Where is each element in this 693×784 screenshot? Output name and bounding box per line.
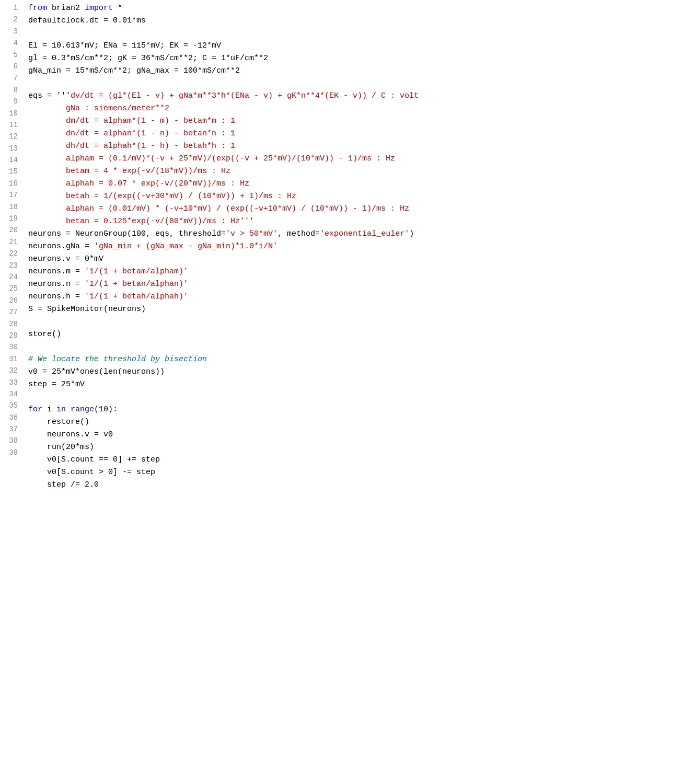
code-line: neurons.v = v0 [28,429,687,441]
code-line: neurons = NeuronGroup(100, eqs, threshol… [28,228,687,240]
line-number: 34 [4,388,18,400]
line-number: 17 [4,189,18,201]
code-line: betam = 4 * exp(-v/(18*mV))/ms : Hz [28,165,687,178]
code-line: v0 = 25*mV*ones(len(neurons)) [28,366,687,378]
line-number: 37 [4,423,18,435]
token: gNa : siemens/meter**2 [66,104,169,113]
token: 'gNa_min + (gNa_max - gNa_min)*1.0*i/N' [94,242,278,251]
code-line [28,341,687,353]
line-number: 2 [4,14,18,25]
line-number: 3 [4,26,18,37]
token: gl = 0.3*mS/cm**2; gK = 36*mS/cm**2; C =… [28,54,268,63]
code-line [28,27,687,40]
token: dv/dt = (gl*(El - v) + gNa*m**3*h*(ENa -… [71,91,419,100]
line-number: 11 [4,119,18,131]
token: S = SpikeMonitor(neurons) [28,305,146,314]
code-line: run(20*ms) [28,441,687,454]
code-line: defaultclock.dt = 0.01*ms [28,15,687,27]
line-number: 26 [4,295,18,306]
token: '1/(1 + betam/alpham)' [85,267,188,276]
token [28,217,66,226]
line-number: 13 [4,143,18,154]
token: gNa_min = 15*mS/cm**2; gNa_max = 100*mS/… [28,66,240,75]
token: , method= [278,229,320,238]
code-line: neurons.m = '1/(1 + betam/alpham)' [28,266,687,278]
code-line [28,77,687,90]
line-number: 25 [4,283,18,294]
code-line: dn/dt = alphan*(1 - n) - betan*n : 1 [28,128,687,140]
token [28,104,66,113]
code-line [28,316,687,328]
code-line: dh/dt = alphah*(1 - h) - betah*h : 1 [28,140,687,153]
token: neurons.m = [28,267,85,276]
line-number: 8 [4,84,18,96]
line-number: 27 [4,306,18,318]
code-line: alpham = (0.1/mV)*(-v + 25*mV)/(exp((-v … [28,153,687,165]
token: for [28,405,42,414]
line-number: 38 [4,435,18,446]
token: store() [28,330,61,339]
line-number: 12 [4,131,18,142]
token: v0[S.count == 0] += step [28,455,160,464]
token [28,117,66,125]
code-line: # We locate the threshold by bisection [28,353,687,366]
token: neurons.n = [28,280,85,289]
token: betam = 4 * exp(-v/(18*mV))/ms : Hz [66,167,230,176]
code-line: gNa_min = 15*mS/cm**2; gNa_max = 100*mS/… [28,65,687,77]
token: alpham = (0.1/mV)*(-v + 25*mV)/(exp((-v … [66,154,395,163]
line-number: 5 [4,49,18,61]
line-number: 18 [4,201,18,213]
token [28,129,66,138]
token: i [42,405,56,414]
line-number: 33 [4,377,18,388]
code-line: alphah = 0.07 * exp(-v/(20*mV))/ms : Hz [28,178,687,190]
token: '1/(1 + betan/alphan)' [85,280,188,289]
code-line: S = SpikeMonitor(neurons) [28,303,687,316]
token: defaultclock.dt = 0.01*ms [28,16,146,25]
token: dm/dt = alpham*(1 - m) - betam*m : 1 [66,117,235,125]
code-line: alphan = (0.01/mV) * (-v+10*mV) / (exp((… [28,203,687,215]
token [28,142,66,151]
token: neurons.v = v0 [28,430,113,439]
line-number: 7 [4,72,18,84]
line-number: 22 [4,248,18,259]
line-number: 24 [4,271,18,283]
token: dn/dt = alphan*(1 - n) - betan*n : 1 [66,129,235,138]
token: alphan = (0.01/mV) * (-v+10*mV) / (exp((… [66,204,409,213]
token [28,167,66,176]
line-number: 15 [4,166,18,177]
code-line: gl = 0.3*mS/cm**2; gK = 36*mS/cm**2; C =… [28,52,687,65]
line-number: 20 [4,224,18,236]
token: 'exponential_euler' [320,229,409,238]
token: run(20*ms) [28,443,94,452]
code-line: neurons.gNa = 'gNa_min + (gNa_max - gNa_… [28,240,687,253]
token: betah = 1/(exp((-v+30*mV) / (10*mV)) + 1… [66,192,296,201]
code-line: step = 25*mV [28,378,687,391]
line-number: 1 [4,2,18,14]
code-line: neurons.n = '1/(1 + betan/alphan)' [28,278,687,291]
token: v0[S.count > 0] -= step [28,468,155,477]
code-line: for i in range(10): [28,403,687,416]
line-number: 39 [4,447,18,458]
token: # We locate the threshold by bisection [28,355,207,364]
line-number: 32 [4,365,18,376]
line-number: 21 [4,236,18,248]
code-line: neurons.v = 0*mV [28,253,687,266]
token: El = 10.613*mV; ENa = 115*mV; EK = -12*m… [28,41,221,50]
code-line: store() [28,328,687,341]
token: neurons.gNa = [28,242,94,251]
line-number: 9 [4,96,18,107]
token [28,204,66,213]
code-line: El = 10.613*mV; ENa = 115*mV; EK = -12*m… [28,40,687,52]
line-number: 23 [4,260,18,271]
line-number: 36 [4,412,18,423]
token: v0 = 25*mV*ones(len(neurons)) [28,367,165,376]
token: neurons.v = 0*mV [28,255,103,263]
line-number: 4 [4,37,18,49]
line-numbers: 1234567891011121314151617181920212223242… [0,2,22,782]
code-editor: 1234567891011121314151617181920212223242… [0,0,693,784]
token: (10): [94,405,118,414]
code-content[interactable]: from brian2 import *defaultclock.dt = 0.… [22,2,693,782]
token [28,154,66,163]
token: import [85,4,113,13]
